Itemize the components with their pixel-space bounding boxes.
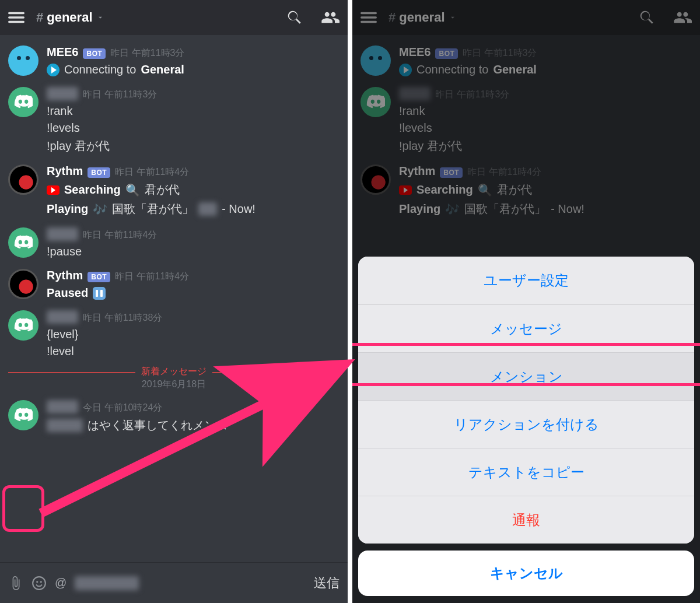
timestamp: 昨日 午前11時4分 <box>115 166 189 178</box>
youtube-icon <box>47 185 60 195</box>
avatar[interactable] <box>8 164 38 195</box>
text: はやく返事してくれメンス <box>88 418 228 433</box>
timestamp: 昨日 午前11時38分 <box>83 312 162 324</box>
input-text-redacted[interactable]: xxxxxxxx <box>75 576 139 590</box>
avatar[interactable] <box>8 269 38 299</box>
avatar[interactable] <box>8 227 38 258</box>
message-item[interactable]: Rythm BOT 昨日 午前11時4分 Searching 🔍 君が代 Pla… <box>8 164 340 217</box>
text-bold: Paused <box>47 286 88 300</box>
sheet-report[interactable]: 通報 <box>358 496 694 544</box>
mention-prefix[interactable]: @ <box>55 576 66 590</box>
text: 君が代 <box>145 182 180 198</box>
text: {level} <box>47 328 340 341</box>
magnifier-icon: 🔍 <box>125 183 140 197</box>
text-bold: Playing <box>47 202 88 216</box>
message-item[interactable]: user 昨日 午前11時3分 !rank !levels !play 君が代 <box>8 87 340 154</box>
attach-icon[interactable] <box>8 576 23 591</box>
pane-right: # general MEE6 BOT 昨日 午前11時3分 <box>352 0 700 603</box>
message-item[interactable]: user 昨日 午前11時4分 !pause <box>8 227 340 258</box>
avatar[interactable] <box>8 400 38 430</box>
timestamp: 昨日 午前11時3分 <box>83 89 157 101</box>
sheet-mention[interactable]: メンション <box>358 352 694 400</box>
search-icon[interactable] <box>286 9 303 26</box>
timestamp: 昨日 午前11時4分 <box>115 271 189 283</box>
svg-point-5 <box>40 581 42 583</box>
highlight-box-avatar <box>2 485 44 532</box>
action-sheet-group: ユーザー設定 メッセージ メンション リアクションを付ける テキストをコピー 通… <box>358 257 694 544</box>
bot-tag: BOT <box>83 48 106 59</box>
timestamp: 昨日 午前11時3分 <box>110 47 184 59</box>
text: 国歌「君が代」 <box>112 201 194 217</box>
header: # general <box>0 0 348 35</box>
text: - Now! <box>222 202 256 216</box>
text: !level <box>47 345 340 358</box>
svg-rect-1 <box>8 16 24 19</box>
sheet-cancel[interactable]: キャンセル <box>358 551 694 596</box>
emoji-icon[interactable] <box>32 576 47 591</box>
bot-tag: BOT <box>88 167 110 178</box>
new-messages-divider: 新着メッセージ <box>8 372 340 373</box>
text: !rank <box>47 104 340 118</box>
text-redacted: xx <box>198 202 217 216</box>
username-redacted: user <box>47 310 78 324</box>
sheet-user-settings[interactable]: ユーザー設定 <box>358 257 694 304</box>
discord-logo-icon <box>14 233 33 252</box>
text: !levels <box>47 121 340 135</box>
channel-selector[interactable]: # general <box>36 10 286 25</box>
avatar[interactable] <box>8 45 38 76</box>
message-item[interactable]: user 昨日 午前11時38分 {level} !level <box>8 310 340 358</box>
date-divider: 2019年6月18日 <box>8 378 340 391</box>
username[interactable]: MEE6 <box>47 45 78 59</box>
avatar[interactable] <box>8 87 38 117</box>
hash-icon: # <box>36 10 43 25</box>
svg-point-3 <box>33 577 46 590</box>
send-button[interactable]: 送信 <box>314 574 340 592</box>
text-bold: Searching <box>64 183 121 197</box>
username-redacted: user <box>47 400 78 413</box>
username-redacted: user <box>47 227 78 241</box>
action-sheet: ユーザー設定 メッセージ メンション リアクションを付ける テキストをコピー 通… <box>358 257 694 596</box>
messages-scroll[interactable]: MEE6 BOT 昨日 午前11時3分 Connecting to Genera… <box>0 35 348 433</box>
svg-rect-2 <box>8 21 24 23</box>
pane-left: # general MEE6 BOT 昨日 午前11時3分 <box>0 0 348 603</box>
timestamp: 今日 午前10時24分 <box>83 402 162 414</box>
svg-point-4 <box>36 581 38 583</box>
notes-icon: 🎶 <box>93 202 107 216</box>
channel-name: general <box>47 10 92 25</box>
text: Connecting to <box>64 63 136 76</box>
bot-tag: BOT <box>88 272 110 282</box>
composer: @ xxxxxxxx 送信 <box>0 562 348 603</box>
message-item[interactable]: MEE6 BOT 昨日 午前11時3分 Connecting to Genera… <box>8 45 340 76</box>
play-icon <box>47 64 60 76</box>
timestamp: 昨日 午前11時4分 <box>83 229 157 241</box>
discord-logo-icon <box>14 406 33 425</box>
text-redacted: xxxxx <box>47 419 83 432</box>
new-messages-label: 新着メッセージ <box>135 366 212 378</box>
avatar[interactable] <box>8 310 38 341</box>
discord-logo-icon <box>14 316 33 335</box>
username[interactable]: Rythm <box>47 164 83 178</box>
pause-icon <box>93 287 106 300</box>
message-item[interactable]: user 今日 午前10時24分 xxxxx はやく返事してくれメンス <box>8 400 340 433</box>
sheet-copy-text[interactable]: テキストをコピー <box>358 448 694 496</box>
username[interactable]: Rythm <box>47 269 83 282</box>
svg-rect-0 <box>8 12 24 15</box>
text: !play 君が代 <box>47 138 340 154</box>
chevron-down-icon <box>96 13 104 22</box>
members-icon[interactable] <box>321 8 340 27</box>
discord-logo-icon <box>14 93 33 111</box>
sheet-message[interactable]: メッセージ <box>358 304 694 352</box>
sheet-reaction[interactable]: リアクションを付ける <box>358 400 694 448</box>
hamburger-icon[interactable] <box>8 9 24 26</box>
username-redacted: user <box>47 87 78 100</box>
text-bold: General <box>141 63 184 76</box>
message-item[interactable]: Rythm BOT 昨日 午前11時4分 Paused <box>8 269 340 300</box>
text: !pause <box>47 245 340 258</box>
